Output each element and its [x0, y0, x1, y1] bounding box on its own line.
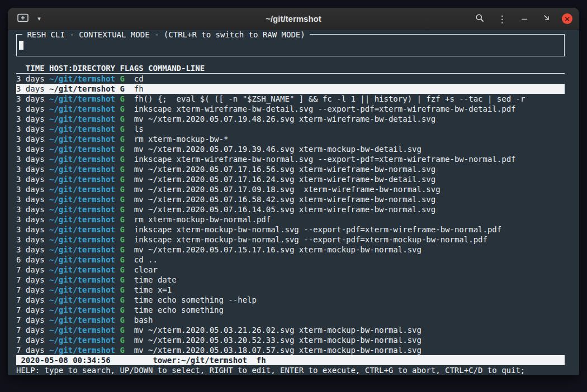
row-command: inkscape xterm-wireframe-bw-normal.svg -…: [134, 155, 516, 164]
row-time: 3 days: [16, 84, 45, 93]
row-host: ~/git/termshot: [49, 305, 115, 314]
row-command: mv ~/xterm.2020.05.07.16.14.05.svg xterm…: [134, 205, 435, 214]
new-tab-icon: [17, 13, 29, 25]
row-time: 3 days: [16, 195, 45, 204]
terminal-screen[interactable]: RESH CLI - CONTEXTUAL MODE - (CTRL+R to …: [8, 30, 579, 375]
row-flags: G: [120, 245, 124, 254]
row-host: ~/git/termshot: [49, 125, 115, 133]
row-time: 3 days: [16, 135, 45, 144]
history-row[interactable]: 3 days ~/git/termshot G fh: [16, 84, 565, 94]
history-row[interactable]: 7 days ~/git/termshot G time date: [16, 275, 565, 285]
row-host: ~/git/termshot: [49, 346, 115, 355]
history-row[interactable]: 3 days ~/git/termshot G mv ~/xterm.2020.…: [16, 194, 565, 204]
history-row[interactable]: 3 days ~/git/termshot G ls: [16, 124, 565, 134]
row-time: 7 days: [16, 295, 45, 304]
row-command: cd: [134, 74, 144, 83]
new-tab-button[interactable]: [15, 12, 31, 26]
row-time: 7 days: [16, 346, 45, 355]
history-row[interactable]: 3 days ~/git/termshot G inkscape xterm-w…: [16, 104, 565, 114]
row-time: 3 days: [16, 165, 45, 174]
history-row[interactable]: 3 days ~/git/termshot G inkscape xterm-m…: [16, 224, 565, 235]
row-host: ~/git/termshot: [49, 205, 115, 214]
history-row[interactable]: 3 days ~/git/termshot G inkscape xterm-w…: [16, 154, 565, 164]
row-command: mv ~/xterm.2020.05.07.15.17.16.svg xterm…: [134, 245, 422, 254]
row-command: rm xterm-mockup-bw-*: [134, 135, 229, 144]
row-host: ~/git/termshot: [49, 195, 115, 204]
row-command: mv ~/xterm.2020.05.07.17.16.24.svg xterm…: [134, 175, 435, 184]
row-time: 6 days: [16, 255, 45, 264]
history-row[interactable]: 7 days ~/git/termshot G time echo someth…: [16, 295, 565, 305]
row-host: ~/git/termshot: [49, 255, 115, 264]
row-host: ~/git/termshot: [49, 175, 115, 184]
row-command: ls: [134, 125, 144, 133]
row-command: inkscape xterm-mockup-bw-normal.svg --ex…: [134, 235, 487, 244]
history-row[interactable]: 3 days ~/git/termshot G rm xterm-mockup-…: [16, 134, 565, 144]
history-row[interactable]: 3 days ~/git/termshot G mv ~/xterm.2020.…: [16, 114, 565, 124]
restore-button[interactable]: [539, 12, 554, 26]
menu-button[interactable]: ⋮: [495, 12, 509, 26]
resh-search-input[interactable]: RESH CLI - CONTEXTUAL MODE - (CTRL+R to …: [16, 34, 565, 56]
row-command: rm xterm-mockup-bw-normal.pdf: [134, 215, 271, 224]
search-button[interactable]: [472, 12, 487, 26]
history-row[interactable]: 7 days ~/git/termshot G time echo someth…: [16, 305, 565, 315]
row-time: 3 days: [16, 225, 45, 234]
row-time: 7 days: [16, 285, 45, 294]
row-flags: G: [120, 305, 124, 314]
row-flags: G: [120, 265, 124, 274]
row-host: ~/git/termshot: [49, 114, 115, 123]
row-flags: G: [120, 104, 124, 113]
row-time: 3 days: [16, 155, 45, 164]
row-command: time date: [134, 275, 177, 284]
row-host: ~/git/termshot: [49, 326, 115, 334]
row-command: mv ~/xterm.2020.05.07.17.09.18.svg xterm…: [134, 185, 441, 194]
row-command: time x=1: [134, 285, 172, 294]
status-bar: 2020-05-08 00:34:56tower:~/git/termshotf…: [16, 355, 565, 365]
row-host: ~/git/termshot: [49, 104, 115, 113]
history-row[interactable]: 3 days ~/git/termshot G mv ~/xterm.2020.…: [16, 164, 565, 174]
row-flags: G: [120, 235, 124, 244]
history-row[interactable]: 3 days ~/git/termshot G mv ~/xterm.2020.…: [16, 184, 565, 194]
chevron-down-icon[interactable]: ▾: [35, 12, 44, 26]
row-time: 7 days: [16, 326, 45, 334]
row-time: 3 days: [16, 185, 45, 194]
row-flags: G: [120, 315, 124, 324]
row-host: ~/git/termshot: [49, 315, 115, 324]
row-flags: G: [120, 255, 124, 264]
history-row[interactable]: 3 days ~/git/termshot G cd: [16, 74, 565, 84]
row-time: 3 days: [16, 114, 45, 123]
history-row[interactable]: 7 days ~/git/termshot G time x=1: [16, 285, 565, 295]
close-button[interactable]: ×: [562, 13, 572, 24]
row-host: ~/git/termshot: [49, 165, 115, 174]
minimize-button[interactable]: −: [517, 12, 532, 26]
row-host: ~/git/termshot: [49, 336, 115, 345]
row-time: 3 days: [16, 104, 45, 113]
text-cursor: [19, 41, 23, 50]
row-host: ~/git/termshot: [49, 245, 115, 254]
history-row[interactable]: 3 days ~/git/termshot G mv ~/xterm.2020.…: [16, 144, 565, 154]
history-row[interactable]: 7 days ~/git/termshot G mv ~/xterm.2020.…: [16, 345, 565, 355]
history-row[interactable]: 3 days ~/git/termshot G mv ~/xterm.2020.…: [16, 174, 565, 184]
row-command: bash: [134, 315, 153, 324]
history-row[interactable]: 7 days ~/git/termshot G clear: [16, 265, 565, 275]
history-row[interactable]: 3 days ~/git/termshot G fh() {; eval $( …: [16, 94, 565, 104]
titlebar: ▾ ~/git/termshot ⋮ − ×: [8, 8, 579, 30]
history-row[interactable]: 3 days ~/git/termshot G mv ~/xterm.2020.…: [16, 204, 565, 214]
history-row[interactable]: 7 days ~/git/termshot G mv ~/xterm.2020.…: [16, 325, 565, 335]
row-host: ~/git/termshot: [49, 145, 115, 154]
row-command: mv ~/xterm.2020.05.07.17.16.56.svg xterm…: [134, 165, 435, 174]
status-command: fh: [257, 356, 266, 365]
history-row[interactable]: 3 days ~/git/termshot G mv ~/xterm.2020.…: [16, 245, 565, 255]
row-command: fh: [134, 84, 144, 93]
row-command: mv ~/xterm.2020.05.03.21.26.02.svg xterm…: [134, 326, 422, 334]
row-host: ~/git/termshot: [49, 225, 115, 234]
history-row[interactable]: 6 days ~/git/termshot G cd ..: [16, 255, 565, 265]
row-flags: G: [120, 285, 124, 294]
row-flags: G: [120, 155, 124, 164]
history-row[interactable]: 3 days ~/git/termshot G rm xterm-mockup-…: [16, 214, 565, 224]
history-row[interactable]: 7 days ~/git/termshot G mv ~/xterm.2020.…: [16, 335, 565, 345]
history-row[interactable]: 7 days ~/git/termshot G bash: [16, 315, 565, 325]
status-datetime: 2020-05-08 00:34:56: [21, 356, 110, 365]
titlebar-right-group: ⋮ − ×: [472, 12, 572, 26]
history-row[interactable]: 3 days ~/git/termshot G inkscape xterm-m…: [16, 235, 565, 245]
row-time: 3 days: [16, 125, 45, 133]
